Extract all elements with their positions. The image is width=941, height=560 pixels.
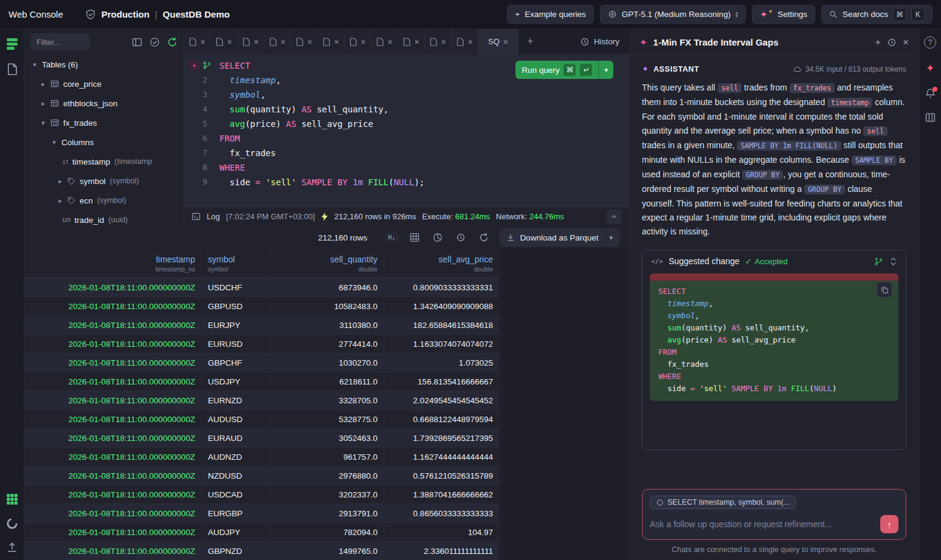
table-row[interactable]: 2026-01-08T18:11:00.000000000ZAUDNZD9617…: [24, 448, 500, 466]
close-tab-icon[interactable]: ×: [307, 37, 312, 47]
chart-icon[interactable]: [430, 230, 445, 245]
column-item-timestamp[interactable]: ↓↑ timestamp (timestamp: [24, 152, 184, 171]
editor-tab[interactable]: SQ×: [478, 29, 519, 55]
column-header-timestamp[interactable]: timestamp timestamp_ns: [24, 249, 202, 278]
columns-group[interactable]: ▾ Columns: [24, 132, 184, 152]
column-header-sell-quantity[interactable]: sell_quantity double: [270, 249, 384, 278]
close-tab-icon[interactable]: ×: [414, 37, 419, 47]
sql-editor[interactable]: ✦ 1SELECT2 timestamp,3 symbol,4 sum(quan…: [184, 55, 629, 207]
editor-tab[interactable]: ×: [425, 29, 452, 55]
close-tab-icon[interactable]: ×: [467, 37, 472, 47]
composer[interactable]: SELECT timestamp, symbol, sum(... ↑: [642, 489, 906, 540]
table-row[interactable]: 2026-01-08T18:11:00.000000000ZGBPCHF1030…: [24, 353, 500, 372]
questdb-logo-icon[interactable]: [5, 36, 19, 51]
send-button[interactable]: ↑: [880, 515, 898, 533]
close-tab-icon[interactable]: ×: [280, 37, 285, 47]
help-icon[interactable]: ?: [924, 36, 936, 49]
close-tab-icon[interactable]: ×: [441, 37, 446, 47]
close-tab-icon[interactable]: ×: [227, 37, 232, 47]
close-tab-icon[interactable]: ×: [253, 37, 258, 47]
markdown-icon[interactable]: M↓: [384, 230, 399, 245]
new-chat-button[interactable]: +: [875, 36, 881, 49]
editor-tab[interactable]: ×: [398, 29, 425, 55]
sidebar-item-ethblocks-json[interactable]: ▸ ethblocks_json: [24, 94, 184, 113]
table-row[interactable]: 2026-01-08T18:11:00.000000000ZUSDCAD3202…: [24, 485, 500, 504]
editor-tab[interactable]: ×: [211, 29, 238, 55]
editor-tab[interactable]: ×: [318, 29, 345, 55]
history-icon[interactable]: [453, 230, 468, 245]
table-row[interactable]: 2026-01-08T18:11:00.000000000ZNZDUSD2976…: [24, 466, 500, 485]
row-count: 212,160 rows: [318, 233, 367, 242]
editor-tab[interactable]: ×: [291, 29, 318, 55]
close-tab-icon[interactable]: ×: [503, 37, 508, 47]
notifications-icon[interactable]: [925, 88, 936, 99]
sidebar-item-fx-trades[interactable]: ▾ fx_trades: [24, 113, 184, 132]
run-query-button[interactable]: Run query ⌘ ↵ ▾: [515, 61, 613, 79]
columns-panel-icon[interactable]: [925, 112, 936, 123]
file-icon[interactable]: [7, 63, 18, 75]
refresh-icon[interactable]: [167, 37, 178, 47]
editor-tab[interactable]: ×: [264, 29, 291, 55]
check-circle-icon[interactable]: [150, 37, 160, 47]
search-docs-button[interactable]: Search docs ⌘ K: [821, 5, 932, 24]
table-row[interactable]: 2026-01-08T18:11:00.000000000ZGBPNZD1499…: [24, 542, 500, 560]
refresh-icon[interactable]: [477, 230, 491, 245]
table-row[interactable]: 2026-01-08T18:11:00.000000000ZEURUSD2774…: [24, 335, 500, 353]
table-row[interactable]: 2026-01-08T18:11:00.000000000ZEURAUD3052…: [24, 429, 500, 448]
table-row[interactable]: 2026-01-08T18:11:00.000000000ZAUDJPY7820…: [24, 523, 500, 542]
shield-check-icon: [85, 9, 96, 20]
layout-icon[interactable]: [132, 37, 142, 47]
plus-icon: +: [515, 10, 520, 19]
new-tab-button[interactable]: +: [519, 35, 542, 48]
column-item-symbol[interactable]: ▸ symbol (symbol): [24, 171, 184, 191]
download-parquet-button[interactable]: Download as Parquet ▾: [500, 228, 619, 247]
sidebar-item-core-price[interactable]: ▸ core_price: [24, 74, 184, 94]
tables-tree-header[interactable]: ▾ Tables (6): [24, 55, 184, 74]
ai-edit-marker-icon[interactable]: ✦: [189, 60, 199, 70]
branch-icon[interactable]: [202, 61, 212, 70]
column-header-symbol[interactable]: symbol symbol: [202, 249, 270, 278]
file-icon: [430, 38, 437, 46]
notification-badge: [932, 87, 937, 92]
table-row[interactable]: 2026-01-08T18:11:00.000000000ZEURNZD3328…: [24, 391, 500, 410]
table-row[interactable]: 2026-01-08T18:11:00.000000000ZGBPUSD1058…: [24, 297, 500, 316]
editor-tab[interactable]: ×: [184, 29, 211, 55]
history-button[interactable]: History: [570, 37, 629, 47]
ai-assistant-icon[interactable]: ✦: [926, 62, 934, 75]
close-panel-button[interactable]: ×: [903, 36, 909, 49]
table-row[interactable]: 2026-01-08T18:11:00.000000000ZUSDCHF6873…: [24, 278, 500, 297]
close-tab-icon[interactable]: ×: [360, 37, 365, 47]
grid-view-icon[interactable]: [6, 493, 18, 505]
context-chip[interactable]: SELECT timestamp, symbol, sum(...: [650, 496, 796, 509]
chat-history-button[interactable]: [887, 38, 897, 47]
close-tab-icon[interactable]: ×: [200, 37, 205, 47]
column-item-ecn[interactable]: ▸ ecn (symbol): [24, 191, 184, 210]
filter-input[interactable]: [30, 33, 90, 50]
run-options-icon[interactable]: ▾: [599, 66, 613, 74]
editor-tab[interactable]: ×: [345, 29, 371, 55]
followup-input[interactable]: [650, 519, 874, 529]
branch-icon[interactable]: [874, 257, 883, 266]
example-queries-button[interactable]: + Example queries: [507, 5, 593, 24]
column-item-trade-id[interactable]: 123 trade_id (uuid): [24, 210, 184, 226]
editor-tab[interactable]: ×: [371, 29, 398, 55]
column-header-sell-avg-price[interactable]: sell_avg_price double: [384, 249, 500, 278]
table-row[interactable]: 2026-01-08T18:11:00.000000000ZUSDJPY6218…: [24, 372, 500, 391]
editor-tab[interactable]: ×: [452, 29, 478, 55]
table-row[interactable]: 2026-01-08T18:11:00.000000000ZEURJPY3110…: [24, 316, 500, 335]
download-options-icon[interactable]: ▾: [609, 234, 613, 242]
editor-tab[interactable]: ×: [238, 29, 264, 55]
grid-icon[interactable]: [407, 230, 422, 245]
collapse-log-button[interactable]: [606, 210, 622, 224]
model-selector[interactable]: GPT-5.1 (Medium Reasoning) ▴▾: [600, 5, 746, 24]
expand-icon[interactable]: [889, 257, 897, 266]
sparkle-icon: ✦: [639, 37, 647, 48]
close-tab-icon[interactable]: ×: [334, 37, 339, 47]
chart-view-icon[interactable]: [6, 517, 18, 530]
close-tab-icon[interactable]: ×: [387, 37, 392, 47]
table-row[interactable]: 2026-01-08T18:11:00.000000000ZAUDUSD5328…: [24, 410, 500, 429]
import-icon[interactable]: [7, 542, 18, 553]
settings-button[interactable]: ✦✦ Settings: [752, 5, 815, 24]
copy-button[interactable]: [877, 282, 892, 298]
table-row[interactable]: 2026-01-08T18:11:00.000000000ZEURGBP2913…: [24, 504, 500, 523]
